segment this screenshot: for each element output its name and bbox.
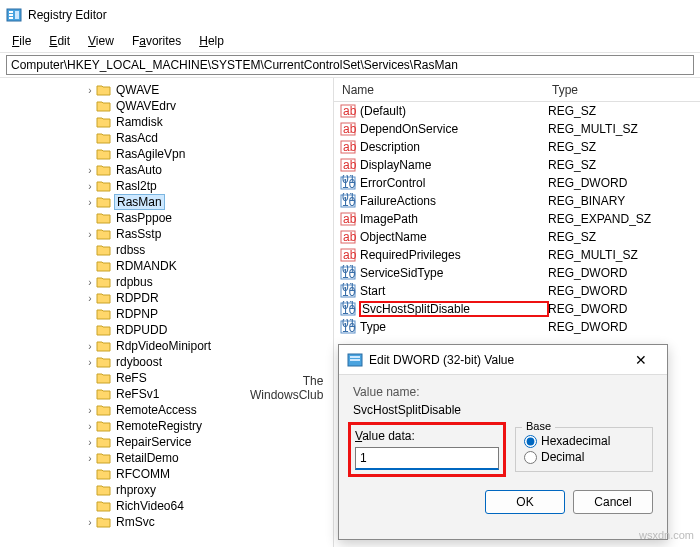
chevron-icon[interactable]: › xyxy=(84,453,96,464)
list-item[interactable]: abObjectNameREG_SZ xyxy=(334,228,700,246)
tree-item-label: RmSvc xyxy=(114,515,157,529)
tree-item[interactable]: ›RDPDR xyxy=(0,290,333,306)
tree-item[interactable]: ›rdpbus xyxy=(0,274,333,290)
chevron-icon[interactable]: › xyxy=(84,437,96,448)
chevron-icon[interactable]: › xyxy=(84,405,96,416)
value-name: ErrorControl xyxy=(360,176,548,190)
tree-item[interactable]: ›rdyboost xyxy=(0,354,333,370)
tree-item-label: RDPNP xyxy=(114,307,160,321)
dialog-close-button[interactable]: ✕ xyxy=(623,352,659,368)
list-item[interactable]: ab(Default)REG_SZ xyxy=(334,102,700,120)
menu-favorites[interactable]: Favorites xyxy=(124,32,189,50)
tree-item[interactable]: RasAcd xyxy=(0,130,333,146)
list-item[interactable]: 01101001FailureActionsREG_BINARY xyxy=(334,192,700,210)
radio-hex-input[interactable] xyxy=(524,435,537,448)
tree-item-label: QWAVE xyxy=(114,83,161,97)
binary-icon: 01101001 xyxy=(340,193,356,209)
tree-item[interactable]: RasAgileVpn xyxy=(0,146,333,162)
column-type[interactable]: Type xyxy=(544,79,700,101)
tree-item[interactable]: RDMANDK xyxy=(0,258,333,274)
edit-dword-dialog: Edit DWORD (32-bit) Value ✕ Value name: … xyxy=(338,344,668,540)
tree-item[interactable]: ›RasAuto xyxy=(0,162,333,178)
tree-item[interactable]: rdbss xyxy=(0,242,333,258)
ok-button[interactable]: OK xyxy=(485,490,565,514)
value-data-group: Value data: xyxy=(353,427,501,472)
binary-icon: 01101001 xyxy=(340,175,356,191)
tree-item[interactable]: RasPppoe xyxy=(0,210,333,226)
tree-item[interactable]: RDPNP xyxy=(0,306,333,322)
tree-item[interactable]: ›RetailDemo xyxy=(0,450,333,466)
string-icon: ab xyxy=(340,121,356,137)
tree-item[interactable]: QWAVEdrv xyxy=(0,98,333,114)
chevron-icon[interactable]: › xyxy=(84,357,96,368)
svg-rect-1 xyxy=(9,11,13,13)
list-item[interactable]: abImagePathREG_EXPAND_SZ xyxy=(334,210,700,228)
value-type: REG_DWORD xyxy=(548,176,700,190)
tree-item[interactable]: rhproxy xyxy=(0,482,333,498)
radio-hex[interactable]: Hexadecimal xyxy=(524,434,644,448)
address-input[interactable] xyxy=(6,55,694,75)
chevron-icon[interactable]: › xyxy=(84,277,96,288)
string-icon: ab xyxy=(340,157,356,173)
tree-item[interactable]: RDPUDD xyxy=(0,322,333,338)
annotation-text: The WindowsClub xyxy=(250,374,323,403)
string-icon: ab xyxy=(340,103,356,119)
chevron-icon[interactable]: › xyxy=(84,197,96,208)
list-item[interactable]: 01101001SvcHostSplitDisableREG_DWORD xyxy=(334,300,700,318)
value-name: DependOnService xyxy=(360,122,548,136)
tree-item[interactable]: ›QWAVE xyxy=(0,82,333,98)
list-item[interactable]: 01101001ServiceSidTypeREG_DWORD xyxy=(334,264,700,282)
chevron-icon[interactable]: › xyxy=(84,181,96,192)
radio-dec-input[interactable] xyxy=(524,451,537,464)
chevron-icon[interactable]: › xyxy=(84,421,96,432)
tree-item[interactable]: RFCOMM xyxy=(0,466,333,482)
tree-item[interactable]: ›RemoteRegistry xyxy=(0,418,333,434)
list-item[interactable]: abRequiredPrivilegesREG_MULTI_SZ xyxy=(334,246,700,264)
cancel-button[interactable]: Cancel xyxy=(573,490,653,514)
tree-item[interactable]: ›Rasl2tp xyxy=(0,178,333,194)
column-name[interactable]: Name xyxy=(334,79,544,101)
chevron-icon[interactable]: › xyxy=(84,293,96,304)
radio-dec[interactable]: Decimal xyxy=(524,450,644,464)
list-item[interactable]: abDescriptionREG_SZ xyxy=(334,138,700,156)
folder-icon xyxy=(96,291,112,305)
value-type: REG_DWORD xyxy=(548,284,700,298)
chevron-icon[interactable]: › xyxy=(84,85,96,96)
tree-item[interactable]: Ramdisk xyxy=(0,114,333,130)
list-item[interactable]: abDisplayNameREG_SZ xyxy=(334,156,700,174)
chevron-icon[interactable]: › xyxy=(84,229,96,240)
menu-file[interactable]: File xyxy=(4,32,39,50)
tree-item[interactable]: ›RasSstp xyxy=(0,226,333,242)
tree-item-label: RDMANDK xyxy=(114,259,179,273)
folder-icon xyxy=(96,275,112,289)
chevron-icon[interactable]: › xyxy=(84,517,96,528)
list-item[interactable]: abDependOnServiceREG_MULTI_SZ xyxy=(334,120,700,138)
tree-item-label: Rasl2tp xyxy=(114,179,159,193)
value-name: ObjectName xyxy=(360,230,548,244)
folder-icon xyxy=(96,419,112,433)
registry-tree[interactable]: ›QWAVE QWAVEdrv Ramdisk RasAcd RasAgileV… xyxy=(0,78,334,547)
value-type: REG_SZ xyxy=(548,140,700,154)
folder-icon xyxy=(96,451,112,465)
binary-icon: 01101001 xyxy=(340,319,356,335)
tree-item[interactable]: ›RdpVideoMiniport xyxy=(0,338,333,354)
svg-text:1001: 1001 xyxy=(342,177,356,191)
folder-icon xyxy=(96,515,112,529)
chevron-icon[interactable]: › xyxy=(84,341,96,352)
list-item[interactable]: 01101001ErrorControlREG_DWORD xyxy=(334,174,700,192)
list-item[interactable]: 01101001TypeREG_DWORD xyxy=(334,318,700,336)
chevron-icon[interactable]: › xyxy=(84,165,96,176)
menu-edit[interactable]: Edit xyxy=(41,32,78,50)
value-data-input[interactable] xyxy=(355,447,499,470)
menu-help[interactable]: Help xyxy=(191,32,232,50)
value-type: REG_SZ xyxy=(548,158,700,172)
tree-item[interactable]: RichVideo64 xyxy=(0,498,333,514)
tree-item[interactable]: ›RemoteAccess xyxy=(0,402,333,418)
tree-item[interactable]: ›RepairService xyxy=(0,434,333,450)
svg-text:ab: ab xyxy=(343,212,356,226)
list-item[interactable]: 01101001StartREG_DWORD xyxy=(334,282,700,300)
tree-item[interactable]: ›RasMan xyxy=(0,194,333,210)
tree-item[interactable]: ›RmSvc xyxy=(0,514,333,530)
menu-view[interactable]: View xyxy=(80,32,122,50)
value-name-label: Value name: xyxy=(353,385,653,399)
